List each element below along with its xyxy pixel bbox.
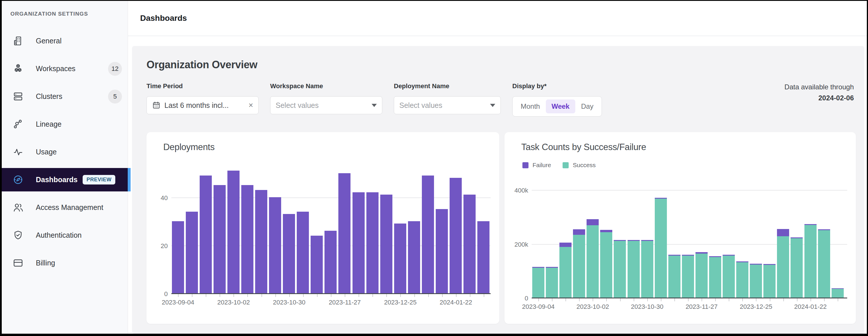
- stacked-bar-2024-01-08[interactable]: [777, 229, 789, 298]
- bar-2023-11-13[interactable]: [311, 236, 323, 293]
- stacked-bar-2023-10-09[interactable]: [600, 230, 612, 298]
- topbar: Dashboards: [128, 1, 867, 36]
- success-segment: [682, 256, 694, 298]
- sidebar-item-dashboards[interactable]: Dashboards PREVIEW: [2, 168, 128, 191]
- stacked-bar-2023-11-13[interactable]: [668, 255, 680, 298]
- compass-icon: [13, 174, 23, 185]
- success-segment: [818, 230, 830, 298]
- x-tick-mark: [303, 294, 304, 297]
- content-area: Organization Overview Time Period Last 6…: [128, 36, 867, 334]
- bar-2024-01-22[interactable]: [450, 178, 462, 293]
- x-tick-mark: [220, 294, 220, 297]
- bar-2023-12-11[interactable]: [366, 192, 378, 293]
- bar-2023-09-25[interactable]: [214, 185, 226, 293]
- sidebar-item-workspaces[interactable]: Workspaces 12: [2, 57, 128, 80]
- stacked-bar-2023-11-27[interactable]: [695, 252, 708, 298]
- bar-2023-11-27[interactable]: [338, 173, 350, 293]
- bar-2023-09-04[interactable]: [172, 221, 184, 293]
- x-tick-mark: [770, 299, 770, 301]
- stacked-bar-2023-11-20[interactable]: [682, 255, 694, 298]
- lineage-icon: [13, 119, 23, 130]
- x-tick-mark: [484, 294, 484, 297]
- stacked-bar-2023-09-18[interactable]: [559, 243, 571, 298]
- bar-2023-10-23[interactable]: [269, 197, 281, 293]
- toggle-option-month[interactable]: Month: [515, 100, 546, 113]
- stacked-bar-2023-12-18[interactable]: [736, 261, 748, 298]
- stacked-bar-2023-10-16[interactable]: [614, 240, 626, 298]
- bar-2024-01-29[interactable]: [463, 195, 475, 293]
- time-period-filter: Time Period Last 6 months incl... ×: [147, 82, 258, 114]
- time-period-input[interactable]: Last 6 months incl... ×: [147, 96, 258, 114]
- x-tick-label: 2023-12-25: [740, 303, 772, 311]
- bar-2024-01-15[interactable]: [436, 209, 448, 293]
- deployment-name-select[interactable]: Select values: [394, 96, 501, 114]
- x-tick-mark: [247, 294, 248, 297]
- x-tick-mark: [824, 299, 825, 301]
- bar-2023-09-18[interactable]: [200, 175, 212, 293]
- sidebar-item-clusters[interactable]: Clusters 5: [2, 85, 128, 108]
- success-segment: [764, 265, 776, 298]
- deployment-name-placeholder: Select values: [399, 101, 442, 110]
- x-tick-mark: [810, 299, 811, 301]
- x-tick-mark: [400, 294, 401, 297]
- stacked-bar-2024-01-22[interactable]: [804, 224, 816, 298]
- stacked-bar-2024-01-29[interactable]: [818, 229, 830, 298]
- bar-2023-12-04[interactable]: [352, 192, 365, 293]
- stacked-bar-2024-01-15[interactable]: [790, 237, 803, 298]
- x-tick-mark: [688, 299, 688, 301]
- sidebar-item-billing[interactable]: Billing: [2, 251, 128, 275]
- bar-2023-10-30[interactable]: [283, 214, 295, 293]
- bar-2024-01-01[interactable]: [408, 221, 420, 293]
- building-icon: [13, 35, 23, 46]
- sidebar-item-access-management[interactable]: Access Management: [2, 196, 128, 219]
- x-tick-mark: [206, 294, 206, 297]
- bar-2024-02-05[interactable]: [477, 221, 490, 293]
- stacked-bar-2023-09-25[interactable]: [573, 229, 585, 298]
- stacked-bar-2023-10-02[interactable]: [587, 219, 599, 298]
- sidebar-item-lineage[interactable]: Lineage: [2, 112, 128, 136]
- toggle-option-week[interactable]: Week: [546, 100, 575, 113]
- bar-2023-12-18[interactable]: [380, 195, 393, 293]
- bar-2023-11-06[interactable]: [297, 212, 309, 293]
- bar-2023-11-20[interactable]: [324, 231, 337, 293]
- sidebar-item-general[interactable]: General: [2, 29, 128, 53]
- stacked-bar-2023-12-11[interactable]: [723, 255, 735, 298]
- x-tick-mark: [331, 294, 332, 297]
- stacked-bar-2023-10-30[interactable]: [641, 240, 653, 298]
- bar-2023-10-16[interactable]: [255, 190, 267, 293]
- toggle-option-day[interactable]: Day: [575, 100, 599, 113]
- bar-2023-10-09[interactable]: [241, 185, 253, 293]
- x-tick-label: 2023-09-04: [162, 299, 194, 306]
- bar-2024-01-08[interactable]: [422, 175, 434, 293]
- sidebar-item-usage[interactable]: Usage: [2, 140, 128, 164]
- failure-segment: [777, 229, 789, 236]
- stacked-bar-2024-01-01[interactable]: [764, 264, 776, 298]
- clear-filter-icon[interactable]: ×: [248, 102, 253, 109]
- failure-segment: [559, 243, 571, 247]
- stacked-bar-2023-12-04[interactable]: [709, 256, 721, 298]
- success-legend-label: Success: [573, 162, 595, 169]
- stacked-bar-2023-11-06[interactable]: [655, 198, 667, 298]
- stacked-bar-2023-12-25[interactable]: [750, 264, 762, 298]
- success-segment: [695, 254, 708, 298]
- app-window: ORGANIZATION SETTINGS General Workspaces…: [2, 1, 867, 334]
- stacked-bar-2023-09-04[interactable]: [532, 267, 545, 298]
- cubes-icon: [13, 63, 23, 74]
- stacked-bar-2023-09-11[interactable]: [546, 267, 558, 298]
- stacked-bar-2024-02-05[interactable]: [832, 288, 844, 298]
- x-tick-mark: [606, 299, 607, 301]
- x-tick-mark: [275, 294, 276, 297]
- stacked-bar-2023-10-23[interactable]: [628, 240, 640, 298]
- x-tick-mark: [414, 294, 415, 297]
- bar-2023-09-11[interactable]: [186, 212, 198, 293]
- workspace-name-select[interactable]: Select values: [270, 96, 382, 114]
- x-tick-mark: [470, 294, 470, 297]
- bar-2023-10-02[interactable]: [227, 171, 240, 293]
- x-tick-mark: [742, 299, 743, 301]
- task-counts-legend: FailureSuccess: [522, 162, 847, 169]
- failure-segment: [587, 219, 599, 225]
- bar-2023-12-25[interactable]: [394, 224, 406, 293]
- chevron-down-icon: [372, 104, 377, 107]
- sidebar-item-authentication[interactable]: Authentication: [2, 224, 128, 247]
- y-axis: 02040: [155, 169, 172, 294]
